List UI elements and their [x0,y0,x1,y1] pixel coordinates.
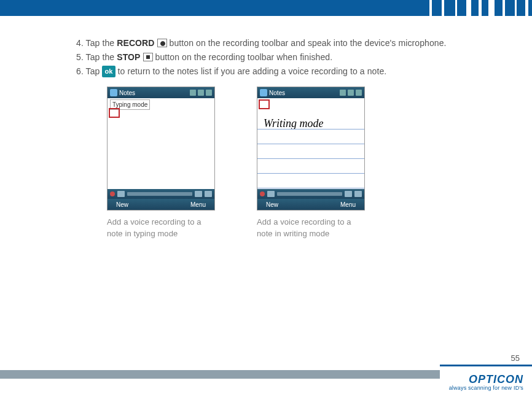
softkey-bar: New Menu [257,199,364,210]
device-titlebar: Notes [108,87,214,98]
note-area-writing: Writing mode [257,98,364,189]
caption-writing: Add a voice recording to a note in writi… [257,217,365,240]
new-softkey: New [266,200,278,209]
stop-button-icon [117,191,125,197]
stop-icon [143,53,153,61]
app-title: Notes [119,88,188,98]
slider-track [127,192,192,196]
brand-logo: OPTICON always scanning for new ID's [449,373,523,391]
status-icons [340,90,362,96]
record-button-icon [260,191,265,196]
step4-post: button on the recording toolbar and spea… [167,38,447,48]
volume-icon [348,90,354,96]
start-icon [260,89,267,96]
next-icon [354,191,362,197]
step5-post: button on the recording toolbar when fin… [153,52,333,62]
caption-typing: Add a voice recording to a note in typin… [107,217,215,240]
ok-button-icon [206,90,212,96]
signal-icon [340,90,346,96]
speaker-highlight [109,108,120,118]
ok-icon: ok [102,66,115,77]
recording-toolbar [108,189,214,199]
figure-row: Notes Typing mode [107,87,514,240]
page-number: 55 [511,354,520,363]
signal-icon [190,90,196,96]
record-button-icon [110,191,115,196]
device-screenshot-writing: Notes Writing mode [257,87,365,211]
step-5: 5. Tap the STOP button on the recording … [76,51,514,64]
step-6: 6. Tap ok to return to the notes list if… [76,65,514,78]
speaker-highlight [259,99,270,109]
new-softkey: New [116,200,128,209]
device-titlebar: Notes [257,87,364,98]
app-title: Notes [269,88,338,98]
status-icons [190,90,212,96]
prev-icon [345,191,352,197]
record-label: RECORD [117,38,154,48]
menu-softkey: Menu [340,200,356,209]
barcode-decoration [429,0,528,16]
next-icon [205,191,212,197]
instruction-text: 4. Tap the RECORD button on the recordin… [0,16,532,240]
footer-accent [440,365,532,366]
brand-name: OPTICON [449,373,523,386]
ok-button-icon [356,90,362,96]
stop-label: STOP [117,52,140,62]
step5-pre: 5. Tap the [76,52,117,62]
figure-writing: Notes Writing mode [257,87,367,240]
record-icon [157,39,167,47]
slider-track [277,192,342,196]
step4-pre: 4. Tap the [76,38,117,48]
figure-typing: Notes Typing mode [107,87,217,240]
recording-toolbar [257,189,364,199]
footer-bar [0,370,440,379]
menu-softkey: Menu [190,200,206,209]
softkey-bar: New Menu [108,199,214,210]
device-screenshot-typing: Notes Typing mode [107,87,215,211]
volume-icon [198,90,204,96]
step6-pre: 6. Tap [76,66,102,76]
brand-tagline: always scanning for new ID's [449,385,523,391]
step6-post: to return to the notes list if you are a… [115,66,387,76]
prev-icon [195,191,202,197]
header-bar [0,0,532,16]
start-icon [110,89,117,96]
note-area-typing: Typing mode [108,98,214,189]
step-4: 4. Tap the RECORD button on the recordin… [76,37,514,50]
stop-button-icon [267,191,275,197]
